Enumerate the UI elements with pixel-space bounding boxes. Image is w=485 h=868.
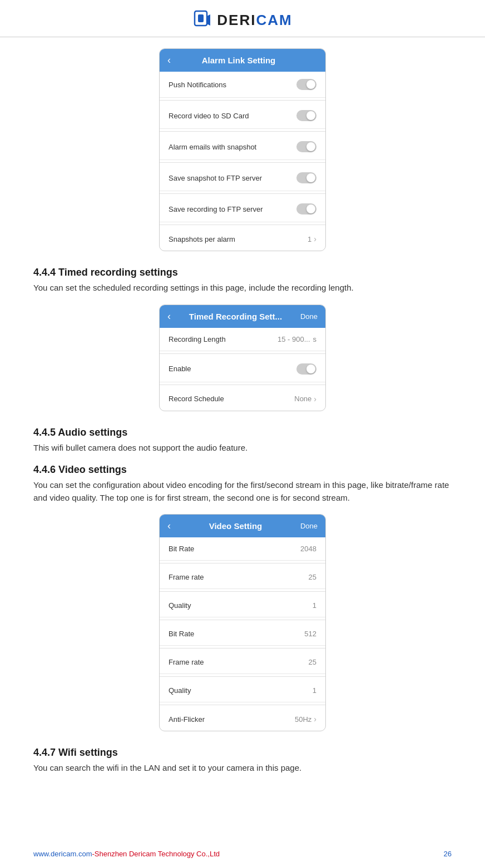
page-content: ‹ Alarm Link Setting Push Notifications … bbox=[0, 37, 485, 807]
footer-page-number: 26 bbox=[444, 850, 452, 858]
logo-text: DERICAM bbox=[217, 12, 292, 29]
snapshots-per-alarm-row: Snapshots per alarm 1 › bbox=[160, 227, 325, 251]
snapshots-per-alarm-value[interactable]: 1 › bbox=[308, 235, 316, 243]
save-recording-ftp-row: Save recording to FTP server bbox=[160, 196, 325, 222]
quality-2-row: Quality 1 bbox=[160, 679, 325, 702]
timed-recording-phone-mockup: ‹ Timed Recording Sett... Done Recording… bbox=[159, 305, 326, 411]
video-setting-phone-mockup: ‹ Video Setting Done Bit Rate 2048 Frame… bbox=[159, 514, 326, 731]
alarm-link-phone-mockup: ‹ Alarm Link Setting Push Notifications … bbox=[159, 48, 326, 251]
frame-rate-2-value: 25 bbox=[309, 658, 316, 666]
video-back-button[interactable]: ‹ bbox=[167, 520, 171, 532]
save-recording-ftp-toggle[interactable] bbox=[296, 203, 316, 214]
quality-2-value: 1 bbox=[313, 686, 316, 695]
bit-rate-2-value: 512 bbox=[304, 630, 316, 638]
record-schedule-value[interactable]: None › bbox=[294, 395, 316, 403]
save-snapshot-ftp-toggle[interactable] bbox=[296, 172, 316, 183]
section-447-heading: 4.4.7 Wifi settings bbox=[33, 747, 452, 759]
alarm-emails-label: Alarm emails with snapshot bbox=[169, 143, 256, 151]
anti-flicker-label: Anti-Flicker bbox=[169, 715, 205, 724]
timed-back-button[interactable]: ‹ bbox=[167, 311, 171, 322]
anti-flicker-row: Anti-Flicker 50Hz › bbox=[160, 707, 325, 731]
quality-1-row: Quality 1 bbox=[160, 594, 325, 617]
quality-1-value: 1 bbox=[313, 601, 316, 610]
quality-1-label: Quality bbox=[169, 601, 191, 610]
enable-label: Enable bbox=[169, 365, 191, 373]
timed-recording-header: ‹ Timed Recording Sett... Done bbox=[160, 305, 325, 328]
video-setting-title: Video Setting bbox=[175, 521, 296, 531]
recording-length-value: 15 - 900... s bbox=[278, 335, 316, 343]
record-schedule-row: Record Schedule None › bbox=[160, 387, 325, 411]
page-header: DERICAM bbox=[0, 0, 485, 37]
anti-flicker-value[interactable]: 50Hz › bbox=[295, 715, 316, 724]
svg-rect-1 bbox=[198, 14, 204, 22]
svg-marker-2 bbox=[207, 14, 210, 26]
section-445: 4.4.5 Audio settings This wifi bullet ca… bbox=[33, 427, 452, 455]
chevron-right-icon-3: › bbox=[314, 715, 316, 724]
section-447-body: You can search the wifi in the LAN and s… bbox=[33, 762, 452, 775]
section-446-body: You can set the configuration about vide… bbox=[33, 479, 452, 504]
section-445-body: This wifi bullet camera does not support… bbox=[33, 442, 452, 455]
section-445-heading: 4.4.5 Audio settings bbox=[33, 427, 452, 438]
section-446-heading: 4.4.6 Video settings bbox=[33, 464, 452, 476]
save-recording-ftp-label: Save recording to FTP server bbox=[169, 205, 263, 213]
recording-length-label: Recording Length bbox=[169, 335, 226, 343]
enable-row: Enable bbox=[160, 356, 325, 382]
recording-length-row: Recording Length 15 - 900... s bbox=[160, 328, 325, 351]
record-video-sd-label: Record video to SD Card bbox=[169, 112, 249, 120]
bit-rate-2-label: Bit Rate bbox=[169, 630, 194, 638]
footer-left: www.dericam.com-Shenzhen Dericam Technol… bbox=[33, 850, 220, 858]
section-446: 4.4.6 Video settings You can set the con… bbox=[33, 464, 452, 504]
alarm-link-title: Alarm Link Setting bbox=[175, 56, 302, 65]
timed-recording-title: Timed Recording Sett... bbox=[175, 312, 296, 321]
quality-2-label: Quality bbox=[169, 686, 191, 695]
logo: DERICAM bbox=[192, 10, 292, 30]
bit-rate-1-label: Bit Rate bbox=[169, 545, 194, 553]
chevron-right-icon-2: › bbox=[314, 395, 316, 403]
section-444-body: You can set the scheduled recording sett… bbox=[33, 282, 452, 295]
alarm-emails-toggle[interactable] bbox=[296, 141, 316, 152]
video-done-button[interactable]: Done bbox=[300, 522, 318, 530]
push-notifications-label: Push Notifications bbox=[169, 81, 226, 89]
push-notifications-toggle[interactable] bbox=[296, 79, 316, 90]
frame-rate-1-row: Frame rate 25 bbox=[160, 566, 325, 589]
push-notifications-row: Push Notifications bbox=[160, 72, 325, 98]
save-snapshot-ftp-row: Save snapshot to FTP server bbox=[160, 165, 325, 191]
section-444-heading: 4.4.4 Timed recording settings bbox=[33, 267, 452, 278]
alarm-emails-row: Alarm emails with snapshot bbox=[160, 134, 325, 160]
save-snapshot-ftp-label: Save snapshot to FTP server bbox=[169, 174, 262, 182]
enable-toggle[interactable] bbox=[296, 363, 316, 375]
chevron-right-icon: › bbox=[314, 235, 316, 243]
bit-rate-1-row: Bit Rate 2048 bbox=[160, 537, 325, 561]
frame-rate-2-row: Frame rate 25 bbox=[160, 651, 325, 674]
bit-rate-1-value: 2048 bbox=[300, 545, 316, 553]
timed-done-button[interactable]: Done bbox=[300, 312, 318, 321]
frame-rate-2-label: Frame rate bbox=[169, 658, 204, 666]
section-444: 4.4.4 Timed recording settings You can s… bbox=[33, 267, 452, 295]
section-447: 4.4.7 Wifi settings You can search the w… bbox=[33, 747, 452, 775]
video-setting-header: ‹ Video Setting Done bbox=[160, 515, 325, 537]
record-video-sd-row: Record video to SD Card bbox=[160, 103, 325, 129]
frame-rate-1-value: 25 bbox=[309, 573, 316, 581]
dericam-logo-icon bbox=[192, 10, 212, 30]
page-footer: www.dericam.com-Shenzhen Dericam Technol… bbox=[0, 850, 485, 858]
bit-rate-2-row: Bit Rate 512 bbox=[160, 622, 325, 646]
record-video-sd-toggle[interactable] bbox=[296, 110, 316, 121]
alarm-link-header: ‹ Alarm Link Setting bbox=[160, 49, 325, 72]
record-schedule-label: Record Schedule bbox=[169, 395, 224, 403]
snapshots-per-alarm-label: Snapshots per alarm bbox=[169, 235, 235, 243]
frame-rate-1-label: Frame rate bbox=[169, 573, 204, 581]
back-button[interactable]: ‹ bbox=[167, 54, 171, 66]
